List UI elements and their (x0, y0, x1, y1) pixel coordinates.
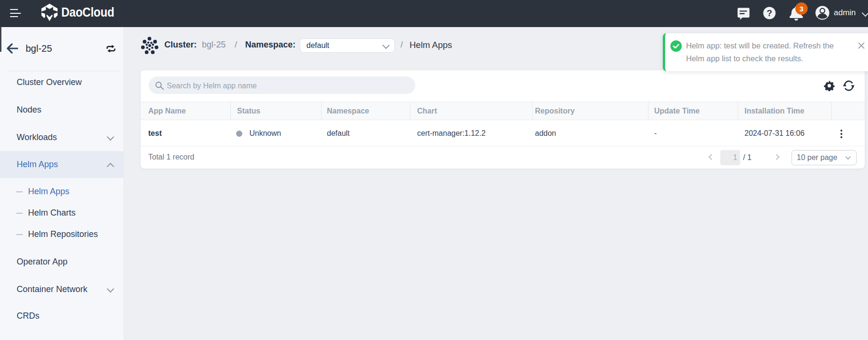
svg-text:?: ? (767, 8, 773, 18)
